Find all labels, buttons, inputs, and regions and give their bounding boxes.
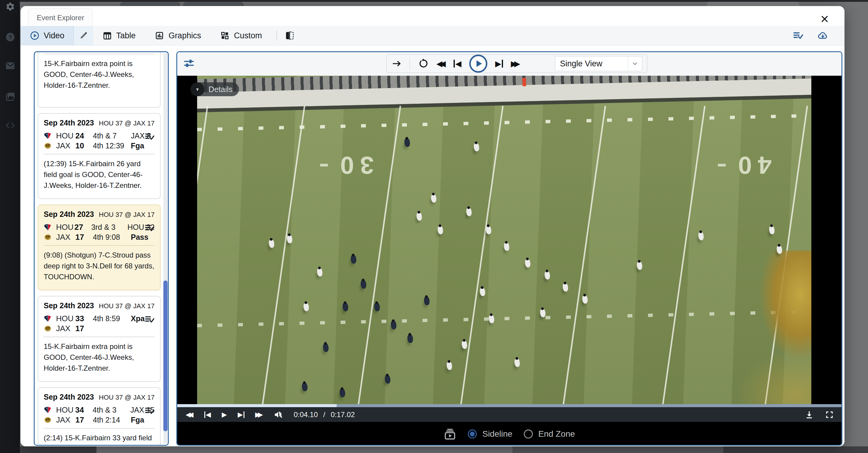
cloud-download-icon[interactable] [817, 30, 828, 41]
flip-icon [285, 31, 294, 40]
camera-angle-bar: Sideline End Zone [177, 422, 841, 446]
event-list-scroll[interactable]: JAX 10 15-K.Fairbairn extra point is GOO… [35, 52, 168, 445]
texans-logo [44, 223, 52, 231]
help-icon[interactable]: ? [5, 32, 16, 43]
previous-frame-icon[interactable]: ◀ [204, 412, 211, 418]
play-icon[interactable]: ▶ [222, 412, 227, 418]
jaguars-logo [44, 142, 52, 150]
tab-graphics-label: Graphics [168, 31, 201, 40]
video-progress-fill [177, 404, 337, 407]
play-description: (2:14) 15-K.Fairbairn 33 yard field goal… [44, 432, 155, 445]
tab-custom-label: Custom [234, 31, 262, 40]
replay-icon[interactable] [418, 58, 429, 69]
mail-icon[interactable] [5, 60, 16, 71]
radio-sideline-label: Sideline [482, 429, 513, 439]
yard-number: 30 [334, 151, 374, 179]
event-card[interactable]: Sep 24th 2023 HOU 37 @ JAX 17 HOU 33 4th… [38, 296, 161, 382]
time-separator: / [323, 410, 326, 419]
rewind-icon[interactable]: ◀◀ [436, 60, 446, 67]
details-label: Details [209, 85, 232, 94]
view-mode-value: Single View [555, 59, 628, 68]
view-mode-select[interactable]: Single View [555, 56, 642, 71]
list-scrollbar-thumb[interactable] [163, 281, 167, 431]
mute-icon[interactable] [274, 410, 283, 419]
event-card-selected[interactable]: Sep 24th 2023 HOU 37 @ JAX 17 HOU 27 3rd… [38, 204, 161, 290]
media-gallery-icon[interactable] [5, 91, 16, 102]
play-description: 15-K.Fairbairn extra point is GOOD, Cent… [44, 58, 155, 91]
texans-logo [44, 315, 52, 323]
tab-table-label: Table [116, 31, 136, 40]
code-icon[interactable] [5, 120, 16, 131]
list-scrollbar[interactable] [163, 53, 167, 444]
card-date: Sep 24th 2023 [44, 118, 94, 127]
next-frame-icon[interactable]: ▶ [238, 412, 244, 418]
radio-sideline[interactable]: Sideline [468, 429, 513, 439]
fast-forward-icon[interactable]: ▶▶ [255, 412, 263, 418]
close-icon[interactable]: ✕ [818, 13, 831, 26]
fast-forward-icon[interactable]: ▶▶ [511, 60, 520, 67]
tab-table[interactable]: Table [93, 26, 146, 45]
tool-tabbar: Video Table Graphics Custom [21, 26, 844, 46]
download-icon[interactable] [805, 410, 814, 419]
video-panel: ◀◀ ◀ ▶ ▶▶ Single View [176, 51, 842, 446]
radio-endzone-label: End Zone [538, 429, 575, 439]
video-time: 0:04.10 / 0:17.02 [293, 410, 355, 419]
next-frame-icon[interactable]: ▶ [495, 60, 503, 67]
previous-frame-icon[interactable]: ◀ [454, 60, 461, 67]
tab-video-label: Video [44, 31, 64, 40]
play-description: (12:39) 15-K.Fairbairn 26 yard field goa… [44, 158, 155, 191]
jaguars-logo [44, 233, 52, 241]
current-time: 0:04.10 [293, 410, 318, 419]
jaguars-logo [44, 324, 52, 333]
playlist-check-icon[interactable] [144, 406, 155, 416]
radio-unselected-icon[interactable] [524, 429, 533, 438]
edit-clip-button[interactable] [73, 26, 93, 45]
flip-view-button[interactable] [282, 26, 298, 45]
event-card[interactable]: Sep 24th 2023 HOU 37 @ JAX 17 HOU 34 4th… [38, 387, 161, 445]
play-description: (9:08) (Shotgun) 7-C.Stroud pass deep ri… [44, 250, 155, 282]
texans-logo [44, 132, 52, 140]
custom-layout-icon [220, 31, 229, 40]
playlist-check-icon[interactable] [793, 30, 804, 41]
filter-sliders-icon[interactable] [183, 58, 195, 69]
tab-custom[interactable]: Custom [211, 26, 272, 45]
field-marker [522, 78, 526, 86]
settings-gear-icon[interactable] [5, 1, 16, 12]
event-list-panel: JAX 10 15-K.Fairbairn extra point is GOO… [34, 51, 169, 446]
jump-forward-icon[interactable] [392, 58, 402, 69]
video-frame[interactable]: 30 40 ▾ Details ◀◀ ◀ ▶ [177, 76, 841, 422]
window-tab-title[interactable]: Event Explorer [28, 8, 93, 26]
caret-down-icon[interactable]: ▾ [190, 82, 204, 96]
details-chip[interactable]: ▾ Details [190, 82, 239, 96]
play-description: 15-K.Fairbairn extra point is GOOD, Cent… [44, 341, 155, 374]
backdrop-bottom-strip [20, 446, 868, 453]
playback-controls-bar: ◀◀ ◀ ▶ ▶▶ Single View [386, 54, 647, 73]
playlist-check-icon[interactable] [144, 314, 155, 324]
tab-video[interactable]: Video [21, 26, 73, 45]
chevron-down-icon [628, 56, 642, 71]
modal-content: JAX 10 15-K.Fairbairn extra point is GOO… [21, 46, 844, 446]
radio-selected-icon[interactable] [468, 429, 477, 438]
jaguars-logo [44, 416, 52, 424]
tab-graphics[interactable]: Graphics [145, 26, 211, 45]
play-button[interactable] [469, 55, 487, 73]
fullscreen-icon[interactable] [825, 410, 834, 419]
texans-logo [44, 406, 52, 414]
rewind-icon[interactable]: ◀◀ [186, 412, 193, 418]
video-toolbar: ◀◀ ◀ ▶ ▶▶ Single View [177, 52, 841, 76]
radio-endzone[interactable]: End Zone [524, 429, 575, 439]
app-sidebar: ? [0, 0, 20, 453]
playlist-check-icon[interactable] [144, 132, 155, 142]
video-progress-bar[interactable] [177, 404, 841, 407]
event-card[interactable]: Sep 24th 2023 HOU 37 @ JAX 17 HOU 24 4th… [38, 113, 161, 199]
jaguars-field-logo [760, 251, 811, 359]
tabbar-divider [276, 30, 277, 41]
video-library-icon[interactable] [444, 428, 456, 440]
event-explorer-modal: Event Explorer ✕ Video Table Graphics Cu… [21, 6, 844, 446]
playlist-check-icon[interactable] [144, 223, 155, 233]
video-transport-bar: ◀◀ ◀ ▶ ▶ ▶▶ 0:04.10 / 0:17.02 [177, 407, 841, 422]
card-divider [44, 54, 155, 54]
event-card[interactable]: JAX 10 15-K.Fairbairn extra point is GOO… [38, 52, 161, 108]
pencil-icon [79, 31, 88, 40]
total-time: 0:17.02 [331, 410, 355, 419]
